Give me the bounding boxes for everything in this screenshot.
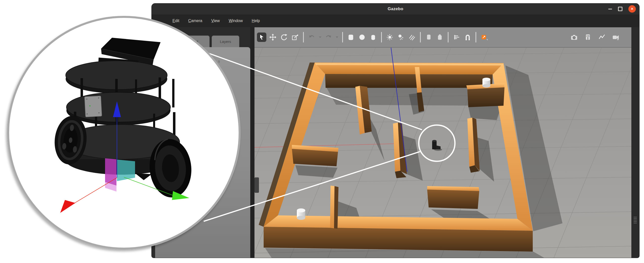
menu-window[interactable]: Window [229,19,243,23]
menu-edit[interactable]: Edit [172,19,180,23]
minimize-icon [608,9,612,10]
toolbar-separator [381,32,382,43]
box-icon [348,34,354,41]
sun-icon [386,34,393,41]
maximize-icon [618,7,622,11]
chevron-down-icon [319,36,322,38]
maximize-button[interactable] [618,7,622,11]
scene-3d[interactable] [254,48,631,258]
redo-icon [325,34,332,41]
menu-camera[interactable]: Camera [188,19,202,23]
window-right-frame [631,27,639,258]
redo-history-button[interactable] [335,33,339,42]
rotate-tool-button[interactable] [279,33,289,42]
menu-view[interactable]: View [211,19,220,23]
align-icon [453,34,460,41]
panel-content[interactable]: s [155,47,250,258]
tab-insert[interactable]: Insert [178,36,210,47]
robot-x-axis-arrow [60,200,75,213]
rotate-icon [280,34,288,41]
screenshot-button[interactable] [570,33,579,42]
copy-icon [425,34,432,41]
paste-button[interactable] [435,33,444,42]
toolbar-separator [448,32,448,43]
record-video-button[interactable] [611,33,620,42]
panel-tab-row: Insert Layers [155,27,250,47]
toolbar-right-group: LOG [570,33,620,42]
tab-layers[interactable]: Layers [212,36,239,47]
directional-light-button[interactable] [407,33,417,42]
log-document-icon: LOG [584,34,592,41]
close-button[interactable]: × [628,5,636,13]
snap-button[interactable] [463,33,472,42]
undo-history-button[interactable] [318,33,322,42]
white-cylinder-bottom-left[interactable] [297,208,305,220]
viewport-toolbar: LOG [254,27,631,48]
copy-button[interactable] [424,33,434,42]
move-icon [269,34,276,41]
edit-model-pose-button[interactable] [480,33,489,42]
gazebo-window: Gazebo × Edit Camera View Window Help In… [152,4,639,258]
video-camera-icon [612,34,619,41]
align-button[interactable] [452,33,461,42]
menu-help[interactable]: Help [252,19,260,23]
white-cylinder-top-right[interactable] [482,78,490,88]
minimize-button[interactable] [608,9,612,10]
toolbar-separator [342,32,343,43]
window-title: Gazebo [388,7,403,12]
sphere-icon [358,34,366,41]
robot-collision-box-cyan [117,160,135,181]
window-left-frame [152,27,155,258]
robot-z-axis-arrow [113,101,121,117]
robot-gray-plate [84,96,102,117]
insert-box-button[interactable] [346,33,356,42]
plot-line-icon [598,34,605,41]
undo-button[interactable] [307,33,316,42]
toolbar-separator [476,32,476,43]
insert-sphere-button[interactable] [357,33,367,42]
camera-icon [571,34,578,41]
paste-icon [436,34,443,41]
render-viewport: LOG [254,27,631,258]
spot-light-icon [398,34,404,41]
resize-grip[interactable] [634,217,637,224]
pose-box-icon [481,34,488,41]
log-data-button[interactable]: LOG [583,33,593,42]
window-body: Insert Layers s [152,27,639,258]
scene-render [254,48,631,258]
plot-window-button[interactable] [597,33,606,42]
select-tool-button[interactable] [257,33,266,42]
translate-tool-button[interactable] [268,33,278,42]
toolbar-separator [420,32,421,43]
robot-collision-box-magenta [105,158,116,186]
toolbar-separator [303,32,304,43]
scale-icon [292,34,298,41]
point-light-button[interactable] [385,33,394,42]
figure-canvas: { "figure": { "background_color": "#ffff… [0,0,644,263]
spot-light-button[interactable] [396,33,406,42]
close-icon: × [631,7,633,12]
menu-bar: Edit Camera View Window Help [152,15,639,27]
panel-collapse-handle[interactable] [254,177,259,193]
magnet-icon [464,34,471,41]
window-controls: × [608,4,636,15]
panel-partial-text: s [218,59,220,63]
panel-splitter[interactable] [250,27,254,258]
chevron-down-icon [336,36,338,38]
cylinder-icon [370,34,377,41]
left-panel: Insert Layers s [155,27,250,258]
redo-button[interactable] [324,33,333,42]
title-bar[interactable]: Gazebo × [152,4,639,15]
diagonal-rays-icon [408,34,416,41]
robot-x-axis [66,178,117,208]
svg-text:LOG: LOG [586,35,590,37]
scale-tool-button[interactable] [290,33,300,42]
select-arrow-icon [258,34,265,41]
robot-left-wheel [52,114,89,166]
insert-cylinder-button[interactable] [368,33,378,42]
undo-icon [308,34,315,41]
